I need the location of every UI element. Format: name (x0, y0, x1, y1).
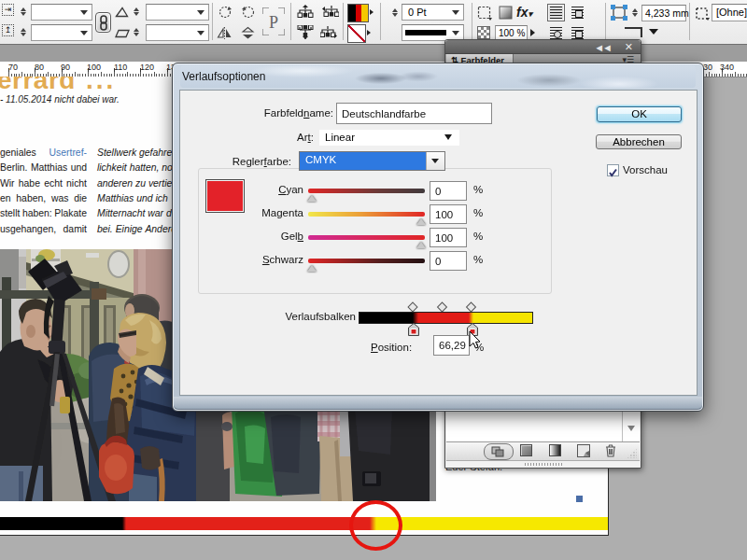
svg-text:P: P (269, 13, 278, 32)
